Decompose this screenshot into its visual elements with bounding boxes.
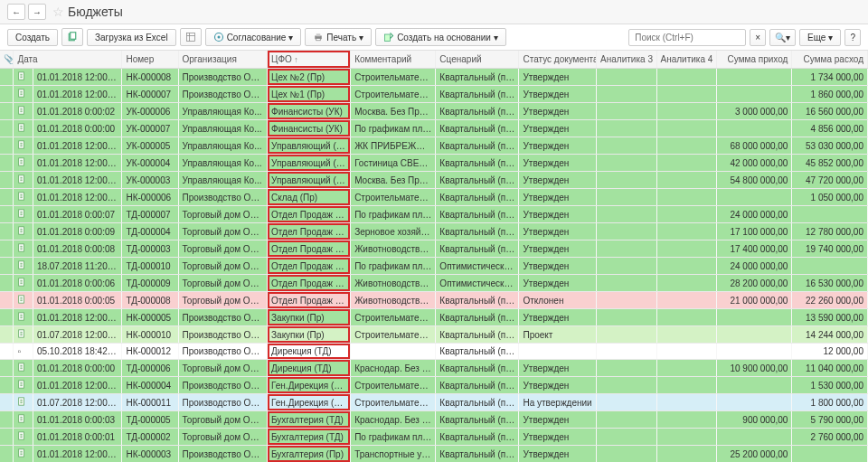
cell-status: На утверждении	[519, 394, 597, 411]
copy-button[interactable]	[61, 28, 83, 46]
cell-date: 01.01.2018 12:00:15	[33, 69, 122, 86]
table-row[interactable]: 01.01.2018 12:00:14НК-000007Производство…	[0, 86, 868, 103]
search-input[interactable]	[628, 29, 746, 46]
table-row[interactable]: 01.01.2018 12:00:10НК-000003Производство…	[0, 446, 868, 463]
cell-sumout: 12 780 000,00	[792, 223, 868, 240]
table-row[interactable]: 01.01.2018 0:00:05ТД-000008Торговый дом …	[0, 292, 868, 309]
help-button[interactable]: ?	[844, 29, 861, 46]
more-button[interactable]: Еще ▾	[799, 29, 841, 46]
create-button[interactable]: Создать	[7, 29, 58, 46]
cell-scenario: Квартальный (по ...	[436, 172, 519, 189]
table-row[interactable]: ▫05.10.2018 18:42:38НК-000012Производств…	[0, 344, 868, 360]
col-number[interactable]: Номер	[122, 51, 178, 69]
approve-button[interactable]: Согласование ▾	[205, 28, 302, 46]
cell-number: НК-000006	[122, 189, 178, 206]
cell-org: Производство ООО	[178, 189, 268, 206]
print-button[interactable]: Печать ▾	[305, 28, 372, 46]
cell-sumin	[716, 394, 792, 411]
cell-sumout: 12 000,00	[792, 344, 868, 360]
cell-status: Утвержден	[519, 377, 597, 394]
col-sumout[interactable]: Сумма расход	[792, 51, 868, 69]
cell-org: Торговый дом ООО	[178, 206, 268, 223]
favorite-icon[interactable]: ☆	[52, 5, 64, 19]
table-row[interactable]: 01.01.2018 0:00:00ТД-000006Торговый дом …	[0, 360, 868, 377]
cell-scenario: Квартальный (по ...	[436, 411, 519, 429]
cell-docicon	[14, 411, 33, 429]
table-row[interactable]: 01.01.2018 0:00:07ТД-000007Торговый дом …	[0, 206, 868, 223]
more-label: Еще	[807, 33, 826, 42]
table-row[interactable]: 01.01.2018 12:00:04УК-000005Управляющая …	[0, 137, 868, 155]
cell-sumin: 17 400 000,00	[716, 240, 792, 258]
table-row[interactable]: 01.01.2018 0:00:03ТД-000005Торговый дом …	[0, 411, 868, 429]
cell-number: НК-000005	[122, 309, 178, 326]
cell-scenario: Квартальный (по ...	[436, 360, 519, 377]
cell-number: ТД-000009	[122, 275, 178, 292]
back-button[interactable]: ←	[7, 4, 25, 20]
table-row[interactable]: 01.01.2018 12:00:13НК-000006Производство…	[0, 189, 868, 206]
cell-scenario: Квартальный (по ...	[436, 86, 519, 103]
header: ← → ☆ Бюджеты	[0, 0, 868, 24]
cell-clip	[0, 258, 14, 275]
cell-an3	[597, 240, 656, 258]
table-row[interactable]: 01.01.2018 12:00:11НК-000004Производство…	[0, 377, 868, 394]
table-row[interactable]: 01.01.2018 0:00:00УК-000007Управляющая К…	[0, 120, 868, 137]
cell-scenario: Квартальный (по ...	[436, 120, 519, 137]
table-row[interactable]: 18.07.2018 11:20:44ТД-000010Торговый дом…	[0, 258, 868, 275]
cell-sumout: 13 590 000,00	[792, 309, 868, 326]
cell-date: 01.07.2018 12:00:01	[33, 394, 122, 411]
col-comment[interactable]: Комментарий	[351, 51, 436, 69]
table-row[interactable]: 01.01.2018 0:00:08ТД-000003Торговый дом …	[0, 240, 868, 258]
table-row[interactable]: 01.07.2018 12:00:01НК-000011Производство…	[0, 394, 868, 411]
cell-date: 01.01.2018 12:00:14	[33, 86, 122, 103]
col-sumin[interactable]: Сумма приход	[716, 51, 792, 69]
cell-comment: Краснодар. Без П...	[351, 411, 436, 429]
cell-status: Утвержден	[519, 309, 597, 326]
cell-number: ТД-000010	[122, 258, 178, 275]
search-clear-button[interactable]: ×	[750, 29, 766, 46]
cell-scenario: Квартальный (по ...	[436, 223, 519, 240]
col-date[interactable]: Дата	[14, 51, 122, 69]
table-row[interactable]: 01.01.2018 0:00:06ТД-000009Торговый дом …	[0, 275, 868, 292]
cell-sumin: 25 200 000,00	[716, 446, 792, 463]
cell-date: 01.01.2018 12:00:12	[33, 309, 122, 326]
table-row[interactable]: 01.01.2018 12:00:15НК-000008Производство…	[0, 69, 868, 86]
excel-button[interactable]: Загрузка из Excel	[87, 29, 176, 46]
forward-button[interactable]: →	[28, 4, 46, 20]
col-an3[interactable]: Аналитика 3	[597, 51, 656, 69]
cell-an3	[597, 344, 656, 360]
cell-docicon	[14, 240, 33, 258]
cell-org: Производство ООО	[178, 69, 268, 86]
create-based-button[interactable]: Создать на основании ▾	[375, 28, 506, 46]
cell-org: Производство ООО	[178, 344, 268, 360]
cell-number: ТД-000003	[122, 240, 178, 258]
table-row[interactable]: 01.01.2018 12:00:02УК-000003Управляющая …	[0, 172, 868, 189]
col-status[interactable]: Статус документа	[519, 51, 597, 69]
col-org[interactable]: Организация	[178, 51, 268, 69]
table-row[interactable]: 01.07.2018 12:00:00НК-000010Производство…	[0, 326, 868, 344]
table-row[interactable]: 01.01.2018 0:00:02УК-000006Управляющая К…	[0, 103, 868, 120]
col-cfo[interactable]: ЦФО	[268, 51, 351, 69]
cell-date: 01.01.2018 0:00:05	[33, 292, 122, 309]
table-row[interactable]: 01.01.2018 0:00:01ТД-000002Торговый дом …	[0, 429, 868, 446]
col-clip[interactable]: 📎	[0, 51, 14, 69]
cell-date: 01.01.2018 12:00:10	[33, 446, 122, 463]
cell-docicon	[14, 69, 33, 86]
advanced-search-button[interactable]: 🔍▾	[769, 29, 796, 46]
col-scenario[interactable]: Сценарий	[436, 51, 519, 69]
cell-date: 01.01.2018 0:00:02	[33, 103, 122, 120]
col-an4[interactable]: Аналитика 4	[656, 51, 716, 69]
template-button[interactable]	[180, 28, 202, 46]
cell-org: Торговый дом ООО	[178, 429, 268, 446]
create-based-label: Создать на основании	[397, 33, 491, 42]
cell-cfo: Отдел Продаж (ТД)	[268, 206, 351, 223]
cell-status: Утвержден	[519, 86, 597, 103]
cell-status: Проект	[519, 326, 597, 344]
table-row[interactable]: 01.01.2018 0:00:09ТД-000004Торговый дом …	[0, 223, 868, 240]
cell-scenario: Квартальный (по ...	[436, 344, 519, 360]
cell-comment: По графикам пла...	[351, 206, 436, 223]
cell-clip	[0, 86, 14, 103]
table-row[interactable]: 01.01.2018 12:00:03УК-000004Управляющая …	[0, 155, 868, 172]
cell-cfo: Дирекция (ТД)	[268, 344, 351, 360]
table-row[interactable]: 01.01.2018 12:00:12НК-000005Производство…	[0, 309, 868, 326]
cell-org: Управляющая Ко...	[178, 103, 268, 120]
